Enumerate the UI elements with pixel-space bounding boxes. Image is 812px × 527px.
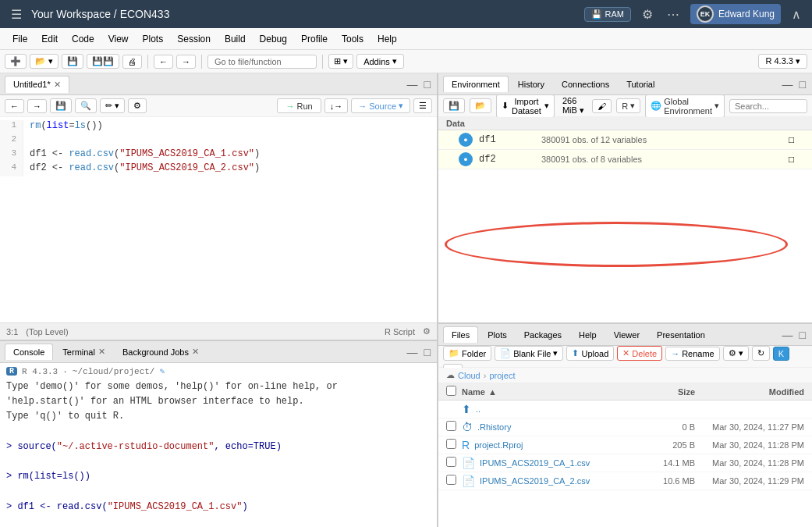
menu-view[interactable]: View bbox=[102, 31, 135, 47]
files-help-k-button[interactable]: K bbox=[773, 347, 789, 361]
parent-dir-name[interactable]: ⬆ .. bbox=[462, 403, 633, 415]
csv2-name[interactable]: 📄 IPUMS_ACS2019_CA_2.csv bbox=[462, 475, 633, 487]
grid-button[interactable]: ⊞ ▾ bbox=[328, 54, 353, 69]
menu-plots[interactable]: Plots bbox=[137, 31, 170, 47]
tab-console[interactable]: Console bbox=[5, 344, 53, 360]
menu-edit[interactable]: Edit bbox=[35, 31, 64, 47]
menu-session[interactable]: Session bbox=[171, 31, 217, 47]
back-button[interactable]: ← bbox=[154, 55, 173, 69]
editor-compile-button[interactable]: ⚙ bbox=[128, 98, 147, 113]
save-button[interactable]: 💾 bbox=[62, 54, 83, 69]
addins-button[interactable]: Addins ▾ bbox=[356, 54, 404, 69]
df2-expand-icon[interactable]: □ bbox=[789, 154, 804, 165]
env-row-df1[interactable]: ● df1 380091 obs. of 12 variables □ bbox=[438, 130, 812, 150]
rhistory-name[interactable]: ⏱ .Rhistory bbox=[462, 421, 633, 433]
console-output[interactable]: R R 4.3.3 · ~/cloud/project/ ✎ Type 'dem… bbox=[0, 363, 437, 527]
csv2-checkbox[interactable] bbox=[446, 475, 462, 487]
tab-history[interactable]: History bbox=[510, 77, 552, 92]
editor-maximize-button[interactable]: □ bbox=[423, 77, 432, 92]
files-select-all-check[interactable] bbox=[446, 386, 462, 397]
editor-more-button[interactable]: ☰ bbox=[413, 98, 432, 113]
forward-button[interactable]: → bbox=[176, 55, 196, 69]
file-row-parent[interactable]: ⬆ .. bbox=[438, 401, 812, 418]
new-blank-file-button[interactable]: 📄 Blank File ▾ bbox=[495, 346, 563, 361]
menu-file[interactable]: File bbox=[6, 31, 34, 47]
editor-forward-button[interactable]: → bbox=[27, 99, 47, 113]
hamburger-icon[interactable]: ☰ bbox=[8, 5, 25, 23]
menu-debug[interactable]: Debug bbox=[254, 31, 293, 47]
env-row-df2[interactable]: ● df2 380091 obs. of 8 variables □ bbox=[438, 150, 812, 169]
tab-background-jobs[interactable]: Background Jobs ✕ bbox=[115, 344, 207, 360]
r-selector[interactable]: R ▾ bbox=[616, 98, 640, 113]
files-more-button[interactable]: ⚙ ▾ bbox=[723, 346, 749, 361]
csv1-name[interactable]: 📄 IPUMS_ACS2019_CA_1.csv bbox=[462, 457, 633, 469]
brush-button[interactable]: 🖌 bbox=[592, 99, 612, 113]
save-all-button[interactable]: 💾💾 bbox=[87, 54, 119, 69]
editor-tab-close[interactable]: ✕ bbox=[54, 80, 61, 90]
file-row-csv1[interactable]: 📄 IPUMS_ACS2019_CA_1.csv 14.1 MB Mar 30,… bbox=[438, 454, 812, 472]
user-badge[interactable]: EK Edward Kung bbox=[690, 4, 781, 24]
delete-button[interactable]: ✕ Delete bbox=[617, 346, 662, 361]
editor-minimize-button[interactable]: — bbox=[406, 77, 420, 92]
files-minimize-button[interactable]: — bbox=[781, 327, 795, 343]
terminal-tab-close[interactable]: ✕ bbox=[98, 347, 105, 357]
files-size-column-header[interactable]: Size bbox=[633, 387, 695, 397]
run-button[interactable]: → Run bbox=[277, 98, 321, 113]
tab-connections[interactable]: Connections bbox=[554, 77, 617, 92]
new-folder-button[interactable]: 📁 Folder bbox=[443, 346, 491, 361]
tab-packages[interactable]: Packages bbox=[516, 327, 569, 343]
run-next-button[interactable]: ↓→ bbox=[324, 98, 349, 113]
tab-presentation[interactable]: Presentation bbox=[649, 327, 713, 343]
rename-button[interactable]: → Rename bbox=[665, 347, 720, 361]
code-editor[interactable]: 1 rm(list=ls()) 2 3 df1 <- read.csv("IPU… bbox=[0, 117, 437, 322]
editor-save-button[interactable]: 💾 bbox=[50, 98, 72, 113]
editor-back-button[interactable]: ← bbox=[5, 99, 24, 113]
files-modified-column-header[interactable]: Modified bbox=[695, 387, 804, 397]
tab-tutorial[interactable]: Tutorial bbox=[619, 77, 662, 92]
source-button[interactable]: → Source ▾ bbox=[351, 98, 410, 113]
console-maximize-button[interactable]: □ bbox=[423, 344, 432, 360]
csv1-checkbox[interactable] bbox=[446, 457, 462, 469]
console-path-icon[interactable]: ✎ bbox=[159, 366, 165, 376]
env-maximize-button[interactable]: □ bbox=[798, 77, 807, 92]
settings-icon[interactable]: ⚙ bbox=[639, 5, 656, 23]
ram-badge[interactable]: 💾 RAM bbox=[584, 7, 631, 22]
env-search-input[interactable] bbox=[729, 99, 807, 113]
upload-button[interactable]: ⬆ Upload bbox=[566, 346, 614, 361]
open-file-button[interactable]: 📂 ▾ bbox=[30, 54, 59, 69]
menu-build[interactable]: Build bbox=[218, 31, 252, 47]
editor-tab-untitled1[interactable]: Untitled1* ✕ bbox=[5, 76, 69, 93]
collapse-icon[interactable]: ∧ bbox=[789, 5, 804, 23]
file-row-rhistory[interactable]: ⏱ .Rhistory 0 B Mar 30, 2024, 11:27 PM bbox=[438, 418, 812, 436]
tab-plots[interactable]: Plots bbox=[480, 327, 514, 343]
menu-profile[interactable]: Profile bbox=[295, 31, 334, 47]
tab-terminal[interactable]: Terminal ✕ bbox=[55, 344, 113, 360]
tab-viewer[interactable]: Viewer bbox=[606, 327, 647, 343]
tab-files[interactable]: Files bbox=[443, 326, 478, 343]
tab-environment[interactable]: Environment bbox=[443, 76, 509, 92]
print-button[interactable]: 🖨 bbox=[122, 55, 142, 69]
go-to-file-input[interactable]: Go to file/function bbox=[207, 55, 317, 69]
editor-tools-button[interactable]: ✏ ▾ bbox=[100, 98, 125, 113]
more-options-icon[interactable]: ⋯ bbox=[664, 5, 683, 23]
file-row-csv2[interactable]: 📄 IPUMS_ACS2019_CA_2.csv 10.6 MB Mar 30,… bbox=[438, 472, 812, 490]
global-env-selector[interactable]: 🌐 Global Environment ▾ bbox=[645, 94, 725, 118]
breadcrumb-project[interactable]: project bbox=[489, 371, 515, 380]
save-env-button[interactable]: 💾 bbox=[443, 98, 465, 113]
rproj-checkbox[interactable] bbox=[446, 439, 462, 451]
script-settings-icon[interactable]: ⚙ bbox=[423, 326, 431, 336]
menu-tools[interactable]: Tools bbox=[335, 31, 370, 47]
files-name-column-header[interactable]: Name ▲ bbox=[462, 387, 633, 397]
file-row-rproj[interactable]: R project.Rproj 205 B Mar 30, 2024, 11:2… bbox=[438, 436, 812, 454]
df1-expand-icon[interactable]: □ bbox=[789, 134, 804, 145]
files-refresh-button[interactable]: ↻ bbox=[752, 346, 770, 361]
rhistory-checkbox[interactable] bbox=[446, 421, 462, 433]
editor-search-button[interactable]: 🔍 bbox=[75, 98, 97, 113]
r-version-selector[interactable]: R 4.3.3 ▾ bbox=[758, 54, 807, 69]
env-minimize-button[interactable]: — bbox=[781, 77, 795, 92]
jobs-tab-close[interactable]: ✕ bbox=[192, 347, 199, 357]
console-minimize-button[interactable]: — bbox=[406, 344, 420, 360]
menu-help[interactable]: Help bbox=[371, 31, 403, 47]
files-maximize-button[interactable]: □ bbox=[798, 327, 807, 343]
breadcrumb-cloud[interactable]: Cloud bbox=[458, 371, 480, 380]
